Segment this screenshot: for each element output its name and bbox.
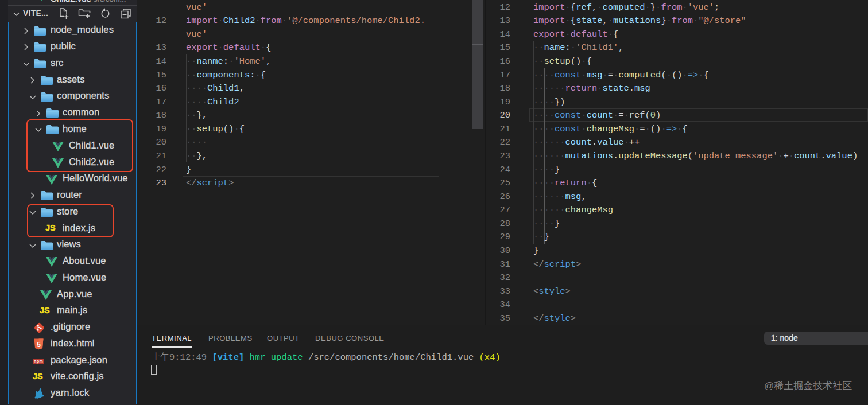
svg-text:5: 5 [37, 341, 41, 349]
